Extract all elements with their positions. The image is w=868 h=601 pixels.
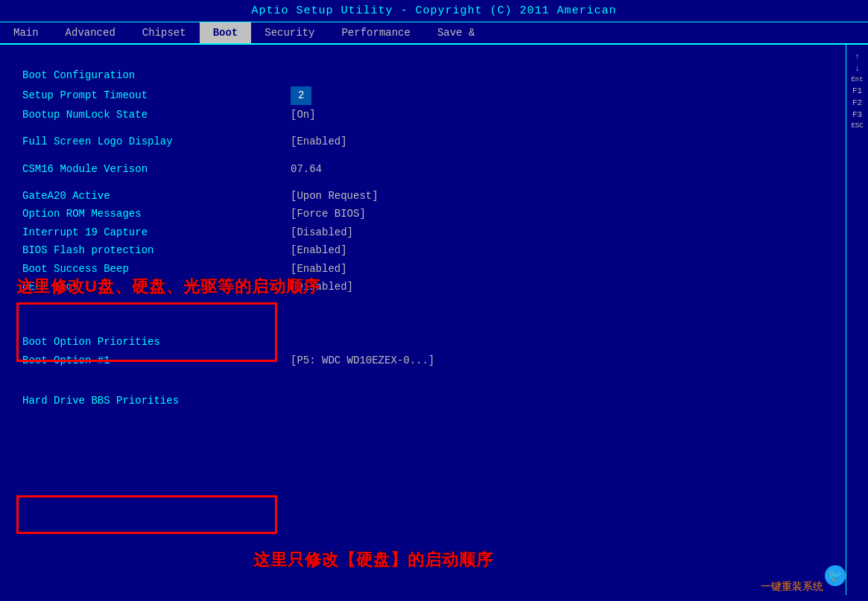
- gatea20-value: [Upon Request]: [291, 188, 378, 204]
- row-bios-flash[interactable]: BIOS Flash protection [Enabled]: [22, 242, 823, 258]
- nav-security[interactable]: Security: [251, 22, 328, 43]
- row-csm[interactable]: CSM16 Module Verison 07.64: [22, 161, 823, 177]
- key-f1: F1: [852, 86, 862, 95]
- row-gatea20[interactable]: GateA20 Active [Upon Request]: [22, 188, 823, 204]
- title-text: Aptio Setup Utility - Copyright (C) 2011…: [251, 4, 616, 17]
- csm-label: CSM16 Module Verison: [22, 161, 291, 177]
- boot-priorities-label: Boot Option Priorities: [22, 334, 291, 350]
- key-esc: ESC: [851, 122, 863, 130]
- row-logo[interactable]: Full Screen Logo Display [Enabled]: [22, 133, 823, 150]
- bios-flash-label: BIOS Flash protection: [22, 242, 291, 258]
- nav-performance[interactable]: Performance: [328, 22, 423, 43]
- key-down: ↓: [855, 64, 860, 73]
- interrupt-label: Interrupt 19 Capture: [22, 224, 291, 241]
- logo-value: [Enabled]: [291, 133, 347, 150]
- row-numlock[interactable]: Bootup NumLock State [On]: [22, 106, 823, 123]
- nav-main[interactable]: Main: [0, 22, 52, 43]
- logo-label: Full Screen Logo Display: [22, 133, 291, 150]
- hard-drive-label: Hard Drive BBS Priorities: [22, 392, 291, 409]
- watermark: 一键重装系统: [761, 580, 823, 594]
- row-setup-prompt[interactable]: Setup Prompt Timeout 2: [22, 86, 823, 104]
- twitter-icon: 🐦: [825, 565, 846, 586]
- nav-chipset[interactable]: Chipset: [129, 22, 200, 43]
- row-boot-priorities-label: Boot Option Priorities: [22, 334, 823, 350]
- option-rom-label: Option ROM Messages: [22, 206, 291, 222]
- gatea20-label: GateA20 Active: [22, 188, 291, 204]
- key-f3: F3: [852, 110, 862, 119]
- row-interrupt[interactable]: Interrupt 19 Capture [Disabled]: [22, 224, 823, 241]
- key-enter: Ent: [851, 76, 863, 83]
- right-sidebar: ↑ ↓ Ent F1 F2 F3 ESC: [846, 45, 868, 595]
- main-content: Boot Configuration Setup Prompt Timeout …: [0, 45, 868, 595]
- boot-config-label: Boot Configuration: [22, 67, 823, 83]
- boot-option1-value: [P5: WDC WD10EZEX-0...]: [291, 352, 434, 369]
- key-up: ↑: [855, 52, 860, 61]
- setup-prompt-value: 2: [291, 86, 311, 104]
- key-f2: F2: [852, 98, 862, 107]
- row-option-rom[interactable]: Option ROM Messages [Force BIOS]: [22, 206, 823, 222]
- nav-boot[interactable]: Boot: [200, 22, 252, 43]
- numlock-label: Bootup NumLock State: [22, 106, 291, 123]
- row-boot-option1[interactable]: Boot Option #1 [P5: WDC WD10EZEX-0...]: [22, 352, 823, 369]
- interrupt-value: [Disabled]: [291, 224, 353, 241]
- row-boot-beep[interactable]: Boot Success Beep [Enabled]: [22, 261, 823, 277]
- boot-option1-label: Boot Option #1: [22, 352, 291, 369]
- boot-beep-label: Boot Success Beep: [22, 261, 291, 277]
- bios-flash-value: [Enabled]: [291, 242, 347, 258]
- numlock-value: [On]: [291, 106, 316, 123]
- nav-bar: Main Advanced Chipset Boot Security Perf…: [0, 22, 868, 45]
- nav-advanced[interactable]: Advanced: [52, 22, 129, 43]
- annotation-text-1: 这里修改U盘、硬盘、光驱等的启动顺序: [16, 276, 320, 298]
- setup-prompt-label: Setup Prompt Timeout: [22, 87, 291, 104]
- option-rom-value: [Force BIOS]: [291, 206, 366, 222]
- nav-save[interactable]: Save &: [424, 22, 488, 43]
- boot-beep-value: [Enabled]: [291, 261, 347, 277]
- annotation-text-2: 这里只修改【硬盘】的启动顺序: [253, 549, 493, 571]
- left-panel: Boot Configuration Setup Prompt Timeout …: [0, 45, 846, 595]
- row-hard-drive[interactable]: Hard Drive BBS Priorities: [22, 392, 823, 409]
- title-bar: Aptio Setup Utility - Copyright (C) 2011…: [0, 0, 868, 22]
- csm-value: 07.64: [291, 161, 322, 177]
